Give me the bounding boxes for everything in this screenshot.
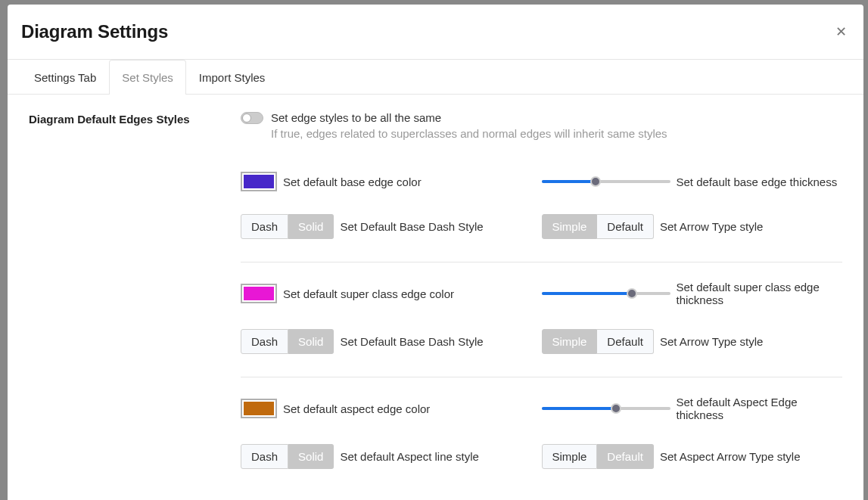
close-icon: ✕ — [835, 24, 847, 39]
super-solid-button[interactable]: Solid — [288, 329, 334, 354]
base-color-label: Set default base edge color — [283, 175, 422, 188]
aspect-dash-label: Set default Aspect line style — [340, 450, 478, 463]
base-thickness-slider[interactable] — [542, 175, 670, 188]
tab-import-styles[interactable]: Import Styles — [186, 60, 278, 95]
toggle-label: Set edge styles to be all the same — [271, 111, 441, 124]
super-thickness-label: Set default super class edge thickness — [677, 281, 843, 306]
base-default-button[interactable]: Default — [597, 214, 654, 239]
base-dash-group: Dash Solid — [241, 214, 334, 239]
super-color-label: Set default super class edge color — [283, 287, 454, 300]
section-controls: Set edge styles to be all the same If tr… — [241, 111, 842, 140]
aspect-slider-fill — [542, 407, 617, 410]
base-thickness-label: Set default base edge thickness — [677, 175, 838, 188]
aspect-simple-button[interactable]: Simple — [542, 444, 598, 469]
aspect-solid-button[interactable]: Solid — [288, 444, 334, 469]
tabs-bar: Settings Tab Set Styles Import Styles — [8, 60, 863, 95]
tab-settings-tab[interactable]: Settings Tab — [21, 60, 109, 95]
aspect-arrow-group: Simple Default — [542, 444, 654, 469]
super-slider-fill — [542, 292, 632, 295]
modal-header: Diagram Settings ✕ — [8, 5, 863, 60]
aspect-slider-thumb[interactable] — [611, 403, 621, 414]
super-dash-label: Set Default Base Dash Style — [340, 335, 483, 348]
aspect-color-label: Set default aspect edge color — [283, 402, 430, 415]
super-thickness-slider[interactable] — [542, 287, 670, 300]
super-arrow-label: Set Arrow Type style — [660, 335, 763, 348]
super-arrow-group: Simple Default — [542, 329, 654, 354]
base-edge-block: Set default base edge color Set default … — [241, 154, 842, 262]
base-arrow-label: Set Arrow Type style — [660, 220, 763, 233]
base-dash-button[interactable]: Dash — [241, 214, 288, 239]
super-dash-group: Dash Solid — [241, 329, 334, 354]
tab-set-styles[interactable]: Set Styles — [109, 60, 186, 95]
base-color-preview — [244, 175, 274, 188]
style-blocks-container: Set default base edge color Set default … — [241, 154, 842, 492]
section-row: Diagram Default Edges Styles Set edge st… — [29, 111, 842, 140]
aspect-thickness-slider[interactable] — [542, 402, 670, 415]
super-color-preview — [244, 287, 274, 300]
super-edge-block: Set default super class edge color Set d… — [241, 262, 842, 377]
base-slider-thumb[interactable] — [590, 176, 601, 187]
aspect-edge-block: Set default aspect edge color Set defaul… — [241, 377, 842, 492]
super-slider-thumb[interactable] — [627, 288, 637, 299]
base-edge-color-swatch[interactable] — [241, 172, 277, 191]
super-simple-button[interactable]: Simple — [542, 329, 598, 354]
aspect-dash-group: Dash Solid — [241, 444, 334, 469]
aspect-thickness-label: Set default Aspect Edge thickness — [677, 396, 843, 421]
super-default-button[interactable]: Default — [597, 329, 654, 354]
base-dash-label: Set Default Base Dash Style — [340, 220, 483, 233]
super-dash-button[interactable]: Dash — [241, 329, 288, 354]
base-simple-button[interactable]: Simple — [542, 214, 598, 239]
aspect-default-button[interactable]: Default — [597, 444, 654, 469]
close-button[interactable]: ✕ — [832, 22, 850, 42]
settings-modal: Diagram Settings ✕ Settings Tab Set Styl… — [8, 5, 863, 500]
toggle-row: Set edge styles to be all the same — [241, 111, 842, 124]
base-solid-button[interactable]: Solid — [288, 214, 334, 239]
same-styles-toggle[interactable] — [241, 112, 263, 124]
aspect-arrow-label: Set Aspect Arrow Type style — [660, 450, 801, 463]
super-edge-color-swatch[interactable] — [241, 284, 277, 303]
aspect-dash-button[interactable]: Dash — [241, 444, 288, 469]
base-slider-fill — [542, 180, 596, 183]
aspect-edge-color-swatch[interactable] — [241, 399, 277, 418]
modal-body: Diagram Default Edges Styles Set edge st… — [8, 95, 863, 500]
base-arrow-group: Simple Default — [542, 214, 654, 239]
toggle-description: If true, edges related to superclasses a… — [271, 127, 842, 140]
section-label: Diagram Default Edges Styles — [29, 111, 241, 126]
modal-title: Diagram Settings — [21, 21, 168, 42]
aspect-color-preview — [244, 402, 274, 415]
